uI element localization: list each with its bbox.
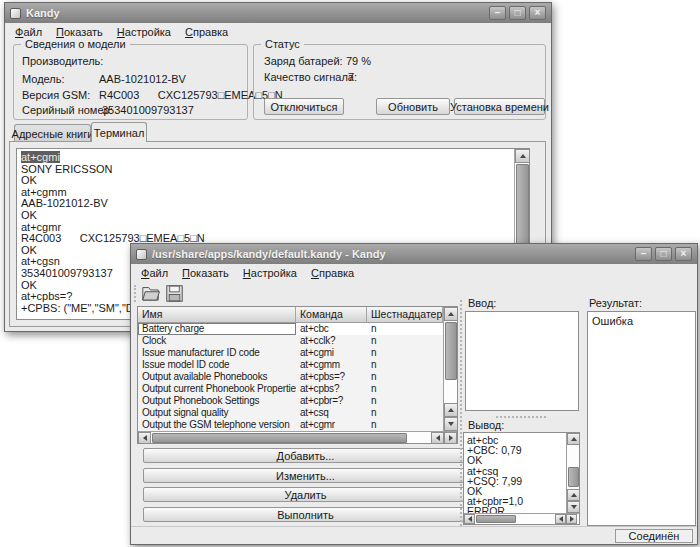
table-row-gsm-version[interactable]: Output the GSM telephone version at+cgmr… bbox=[138, 419, 443, 431]
connection-status-badge: Соединён bbox=[615, 529, 693, 543]
menu-show[interactable]: Показать bbox=[182, 267, 229, 279]
cell-hex: n bbox=[367, 395, 443, 407]
tab-addressbooks[interactable]: Адресные книги bbox=[14, 124, 91, 142]
refresh-button[interactable]: Обновить bbox=[376, 98, 450, 115]
cell-name: Output signal quality bbox=[138, 407, 296, 419]
signal-value: 7 bbox=[348, 71, 354, 84]
scroll-down-icon[interactable] bbox=[444, 417, 458, 431]
terminal-selected-text: at+cgmi bbox=[21, 151, 60, 163]
close-icon[interactable]: × bbox=[529, 6, 546, 20]
result-item: Ошибка bbox=[592, 315, 633, 328]
column-header-name[interactable]: Имя bbox=[138, 307, 296, 323]
terminal-line: OK bbox=[17, 175, 511, 187]
cell-hex: n bbox=[367, 335, 443, 347]
file-menubar: Файл Показать Настройка Справка bbox=[131, 264, 697, 282]
scroll-right-icon[interactable] bbox=[444, 432, 457, 444]
table-row-battery-charge[interactable]: Battery charge at+cbc n bbox=[138, 323, 443, 335]
open-file-icon[interactable] bbox=[141, 284, 160, 303]
cell-name: Issue model ID code bbox=[138, 359, 296, 371]
signal-label: Качество сигнала: bbox=[264, 71, 357, 84]
table-vertical-scrollbar[interactable] bbox=[443, 307, 457, 431]
output-textarea[interactable]: at+cbc +CBC: 0,79 OK at+csq +CSQ: 7,99 O… bbox=[463, 432, 580, 525]
tab-terminal[interactable]: Терминал bbox=[91, 122, 147, 142]
scroll-up-icon[interactable] bbox=[444, 307, 458, 321]
serial-value: 353401009793137 bbox=[102, 104, 194, 117]
close-icon[interactable]: × bbox=[675, 247, 692, 261]
table-row-signal-quality[interactable]: Output signal quality at+csq n bbox=[138, 407, 443, 419]
output-vertical-scrollbar[interactable] bbox=[566, 433, 579, 513]
file-titlebar[interactable]: /usr/share/apps/kandy/default.kandy - Ka… bbox=[131, 244, 697, 264]
cell-name: Output Phonebook Settings bbox=[138, 395, 296, 407]
scroll-up-icon[interactable] bbox=[567, 489, 580, 501]
scroll-left-icon[interactable] bbox=[138, 432, 151, 444]
result-listbox[interactable]: Ошибка bbox=[587, 311, 696, 526]
model-groupbox-title: Сведения о модели bbox=[21, 38, 130, 50]
input-textarea[interactable] bbox=[465, 311, 579, 411]
scroll-up-icon[interactable] bbox=[515, 149, 530, 163]
maximize-icon[interactable]: □ bbox=[655, 247, 672, 261]
menu-help[interactable]: Справка bbox=[311, 267, 354, 279]
add-button[interactable]: Добавить... bbox=[143, 448, 468, 463]
column-header-hex[interactable]: Шестнадцатерич bbox=[367, 307, 443, 323]
table-row-manufacturer-id[interactable]: Issue manufacturer ID code at+cgmi n bbox=[138, 347, 443, 359]
main-window-controls: – □ × bbox=[489, 6, 546, 20]
disconnect-button[interactable]: Отключиться bbox=[264, 98, 344, 115]
set-time-button[interactable]: Установка времени bbox=[454, 98, 545, 115]
cell-name: Battery charge bbox=[138, 323, 296, 335]
scroll-up-icon[interactable] bbox=[567, 433, 580, 445]
scrollbar-thumb[interactable] bbox=[445, 322, 457, 380]
input-label: Ввод: bbox=[468, 297, 496, 310]
delete-button[interactable]: Удалить bbox=[143, 487, 468, 502]
cell-command: at+cclk? bbox=[296, 335, 367, 347]
cell-name: Issue manufacturer ID code bbox=[138, 347, 296, 359]
minimize-icon[interactable]: – bbox=[489, 6, 506, 20]
scroll-left-icon[interactable] bbox=[431, 432, 444, 444]
vertical-splitter-handle[interactable] bbox=[460, 300, 462, 526]
menu-file[interactable]: Файл bbox=[15, 26, 42, 38]
command-table: Имя Команда Шестнадцатерич Battery charg… bbox=[137, 306, 458, 444]
output-horizontal-scrollbar[interactable] bbox=[464, 513, 579, 524]
main-titlebar[interactable]: Kandy – □ × bbox=[5, 3, 551, 23]
scrollbar-thumb[interactable] bbox=[476, 515, 516, 523]
scroll-up-icon[interactable] bbox=[444, 403, 458, 417]
cell-command: at+csq bbox=[296, 407, 367, 419]
cell-command: at+cgmi bbox=[296, 347, 367, 359]
manufacturer-label: Производитель: bbox=[22, 55, 103, 68]
model-value: AAB-1021012-BV bbox=[99, 73, 186, 86]
table-row-phonebook-properties[interactable]: Output current Phonebook Properties at+c… bbox=[138, 383, 443, 395]
statusbar: Соединён bbox=[131, 526, 697, 544]
table-horizontal-scrollbar[interactable] bbox=[138, 431, 457, 443]
horizontal-splitter-handle[interactable] bbox=[496, 416, 546, 418]
scroll-left-icon[interactable] bbox=[464, 514, 475, 524]
toolbar-drag-handle[interactable] bbox=[134, 285, 136, 302]
table-row-model-id[interactable]: Issue model ID code at+cgmm n bbox=[138, 359, 443, 371]
scroll-right-icon[interactable] bbox=[566, 514, 577, 524]
minimize-icon[interactable]: – bbox=[635, 247, 652, 261]
cell-command: at+cpbs? bbox=[296, 383, 367, 395]
menu-help[interactable]: Справка bbox=[185, 26, 228, 38]
menu-settings[interactable]: Настройка bbox=[243, 267, 297, 279]
execute-button[interactable]: Выполнить bbox=[143, 507, 468, 522]
scroll-left-icon[interactable] bbox=[555, 514, 566, 524]
serial-label: Серийный номер: bbox=[22, 104, 113, 117]
scroll-down-icon[interactable] bbox=[567, 501, 580, 513]
menu-settings[interactable]: Настройка bbox=[117, 26, 171, 38]
menu-show[interactable]: Показать bbox=[56, 26, 103, 38]
scrollbar-thumb[interactable] bbox=[152, 433, 407, 443]
table-row-clock[interactable]: Clock at+cclk? n bbox=[138, 335, 443, 347]
scrollbar-thumb[interactable] bbox=[568, 467, 579, 487]
maximize-icon[interactable]: □ bbox=[509, 6, 526, 20]
cell-name: Output current Phonebook Properties bbox=[138, 383, 296, 395]
modify-button[interactable]: Изменить... bbox=[143, 468, 468, 483]
table-row-phonebook-settings[interactable]: Output Phonebook Settings at+cpbr=? n bbox=[138, 395, 443, 407]
cell-hex: n bbox=[367, 323, 443, 335]
terminal-line: at+cgmi bbox=[17, 152, 511, 164]
menu-file[interactable]: Файл bbox=[141, 267, 168, 279]
output-label: Вывод: bbox=[468, 419, 504, 432]
cell-hex: n bbox=[367, 383, 443, 395]
save-file-icon[interactable] bbox=[165, 284, 184, 303]
cell-hex: n bbox=[367, 371, 443, 383]
table-row-available-phonebooks[interactable]: Output available Phonebooks at+cpbs=? n bbox=[138, 371, 443, 383]
page-background: Kandy – □ × Файл Показать Настройка Спра… bbox=[0, 0, 700, 547]
column-header-command[interactable]: Команда bbox=[296, 307, 367, 323]
